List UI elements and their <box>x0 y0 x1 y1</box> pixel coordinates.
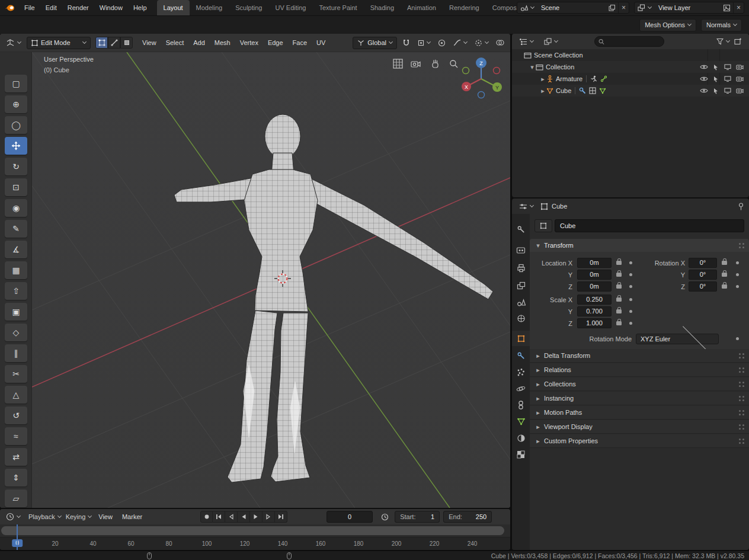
section-collections[interactable]: ▸Collections <box>530 377 749 391</box>
jump-to-start-button[interactable] <box>213 511 225 523</box>
menu-mesh[interactable]: Mesh <box>210 39 235 46</box>
hide-in-viewport-toggle[interactable] <box>699 64 709 70</box>
menu-face[interactable]: Face <box>288 39 312 46</box>
tool-add-cube[interactable]: ▦ <box>5 261 27 279</box>
timeline-horizontal-scrollbar[interactable] <box>1 526 504 535</box>
overlays-dropdown[interactable] <box>494 36 507 49</box>
playback-dropdown[interactable]: Playback <box>26 510 63 523</box>
rotation-z-field[interactable]: 0° <box>689 281 717 292</box>
menu-edit[interactable]: Edit <box>40 0 62 15</box>
animate-scale-y-dot[interactable] <box>629 310 632 313</box>
lock-scale-x-icon[interactable] <box>616 297 622 302</box>
tab-particles[interactable] <box>512 364 530 380</box>
pose-icon[interactable] <box>590 75 597 82</box>
lock-scale-z-icon[interactable] <box>616 321 622 325</box>
previous-keyframe-button[interactable] <box>225 511 238 523</box>
pivot-point-dropdown[interactable] <box>472 36 491 49</box>
current-frame-field[interactable]: 0 <box>327 511 373 523</box>
tool-shrink-fatten[interactable]: ⇕ <box>5 469 27 487</box>
tab-scene[interactable] <box>512 295 530 310</box>
tool-move[interactable] <box>5 137 27 155</box>
animate-location-y-dot[interactable] <box>629 273 632 276</box>
menu-add[interactable]: Add <box>188 39 210 46</box>
proportional-falloff-dropdown[interactable] <box>451 36 469 49</box>
animate-scale-z-dot[interactable] <box>629 322 632 325</box>
uv-data-icon[interactable] <box>589 87 596 94</box>
section-motion-paths[interactable]: ▸Motion Paths <box>530 406 749 420</box>
outliner-row-armature[interactable]: ▸ Armature <box>512 73 749 85</box>
tool-smooth[interactable]: ≈ <box>5 427 27 445</box>
mesh-data-icon[interactable] <box>599 88 606 94</box>
tool-rotate[interactable]: ↻ <box>5 158 27 175</box>
viewport-canvas[interactable]: Z X Y User Perspective (0) Cube <box>32 52 510 508</box>
tool-select-circle[interactable]: ◯ <box>5 116 27 134</box>
timeline-menu-view[interactable]: View <box>94 513 117 520</box>
pan-view-button[interactable] <box>433 60 438 68</box>
tool-loop-cut[interactable]: ∥ <box>5 344 27 362</box>
tool-shear[interactable]: ▱ <box>5 489 27 507</box>
outliner-search-input[interactable] <box>607 37 660 46</box>
animate-rotation-x-dot[interactable] <box>736 261 739 264</box>
snap-settings-dropdown[interactable] <box>415 36 433 49</box>
tool-extrude-region[interactable]: ⇧ <box>5 282 27 300</box>
tab-constraints[interactable] <box>512 397 530 412</box>
edge-select-mode-button[interactable] <box>108 37 120 49</box>
scale-y-field[interactable]: 0.700 <box>577 306 612 316</box>
rotation-y-field[interactable]: 0° <box>689 270 717 280</box>
panel-drag-handle-icon[interactable] <box>739 353 744 359</box>
blender-logo-icon[interactable] <box>0 4 19 12</box>
tab-modeling[interactable]: Modeling <box>190 0 229 15</box>
face-select-mode-button[interactable] <box>120 37 133 49</box>
disclosure-triangle-icon[interactable]: ▸ <box>539 75 546 83</box>
tool-inset-faces[interactable]: ▣ <box>5 303 27 321</box>
mesh-figure[interactable] <box>174 114 493 482</box>
new-collection-button[interactable] <box>732 35 744 48</box>
animate-location-x-dot[interactable] <box>629 261 632 264</box>
section-delta-transform[interactable]: ▸Delta Transform <box>530 349 749 363</box>
hide-in-viewport-toggle[interactable] <box>699 76 709 82</box>
scale-z-field[interactable]: 1.000 <box>577 318 612 328</box>
location-z-field[interactable]: 0m <box>577 281 612 292</box>
view-layer-icon[interactable] <box>635 2 654 13</box>
lock-location-z-icon[interactable] <box>616 284 622 289</box>
playhead-line[interactable] <box>17 524 18 550</box>
tool-poly-build[interactable]: △ <box>5 386 27 404</box>
animate-rotation-mode-dot[interactable] <box>736 337 739 340</box>
selectable-toggle[interactable] <box>711 88 721 94</box>
selectable-toggle[interactable] <box>711 76 721 82</box>
play-button[interactable] <box>250 511 263 523</box>
location-y-field[interactable]: 0m <box>577 270 612 280</box>
lock-rotation-y-icon[interactable] <box>722 273 727 277</box>
play-reverse-button[interactable] <box>238 511 250 523</box>
scene-icon[interactable] <box>517 2 537 13</box>
tab-tool[interactable] <box>512 222 530 237</box>
tab-world[interactable] <box>512 311 530 326</box>
new-view-layer-icon[interactable] <box>721 2 733 13</box>
snap-toggle-button[interactable] <box>400 36 412 49</box>
outliner-row-scene-collection[interactable]: Scene Collection <box>512 49 749 61</box>
outliner-display-mode-button[interactable] <box>542 35 560 48</box>
menu-edge[interactable]: Edge <box>263 39 288 46</box>
view-layer-name[interactable]: View Layer <box>654 4 721 11</box>
tab-shading[interactable]: Shading <box>364 0 401 15</box>
rotation-x-field[interactable]: 0° <box>689 258 717 268</box>
lock-scale-y-icon[interactable] <box>616 309 622 313</box>
tab-physics[interactable] <box>512 381 530 396</box>
scale-x-field[interactable]: 0.250 <box>577 295 612 305</box>
outliner-filter-dropdown[interactable] <box>714 35 732 48</box>
panel-drag-handle-icon[interactable] <box>739 424 744 430</box>
outliner-row-cube[interactable]: ▸ Cube <box>512 85 749 97</box>
transform-panel-header[interactable]: ▾ Transform <box>530 239 749 252</box>
properties-editor-type-button[interactable] <box>517 200 536 213</box>
menu-render[interactable]: Render <box>62 0 94 15</box>
tool-annotate[interactable]: ✎ <box>5 220 27 238</box>
tab-texture[interactable] <box>512 447 530 462</box>
tool-bevel[interactable]: ◇ <box>5 324 27 341</box>
section-custom-properties[interactable]: ▸Custom Properties <box>530 434 749 448</box>
panel-drag-handle-icon[interactable] <box>739 382 744 387</box>
outliner-row-collection[interactable]: ▾ Collection <box>512 61 749 73</box>
animate-rotation-y-dot[interactable] <box>736 273 739 276</box>
tab-uv-editing[interactable]: UV Editing <box>268 0 312 15</box>
tab-view-layer[interactable] <box>512 278 530 293</box>
disable-in-renders-toggle[interactable] <box>735 76 744 82</box>
